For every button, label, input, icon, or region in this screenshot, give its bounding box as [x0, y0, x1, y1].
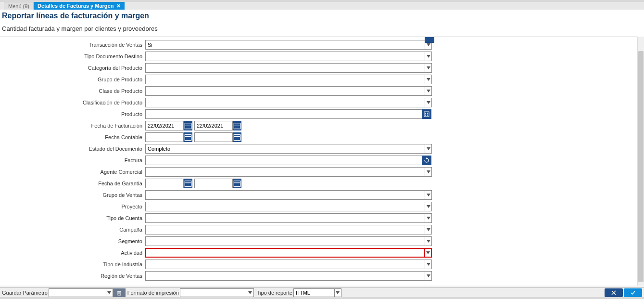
calendar-icon[interactable]: [184, 132, 192, 142]
combo-segmento[interactable]: [145, 236, 425, 246]
combo-region-ventas[interactable]: [145, 271, 425, 281]
label-factura: Factura: [0, 157, 145, 163]
dropdown-icon[interactable]: [425, 260, 432, 269]
close-icon[interactable]: ✕: [116, 3, 121, 9]
dropdown-icon[interactable]: [425, 75, 432, 84]
label-tipo-doc-destino: Tipo Documento Destino: [0, 53, 145, 59]
tab-menu[interactable]: Menú (9): [4, 2, 34, 10]
input-factura[interactable]: [145, 156, 422, 165]
combo-proyecto[interactable]: [145, 202, 425, 211]
page-header: Reportar líneas de facturación y margen …: [0, 10, 644, 37]
dropdown-icon[interactable]: [106, 288, 113, 297]
label-guardar-parametro: Guardar Parámetro: [2, 290, 48, 296]
label-grupo-ventas: Grupo de Ventas: [0, 192, 145, 198]
label-region-ventas: Región de Ventas: [0, 273, 145, 279]
label-segmento: Segmento: [0, 238, 145, 244]
dropdown-icon[interactable]: [425, 202, 432, 211]
svg-rect-1: [425, 113, 426, 114]
combo-tipo-reporte[interactable]: [293, 288, 335, 297]
label-fecha-garantia: Fecha de Garantía: [0, 181, 145, 186]
combo-agente-comercial[interactable]: [145, 167, 425, 177]
label-actividad: Actividad: [0, 250, 145, 256]
svg-rect-2: [427, 113, 428, 114]
tab-bar: Menú (9) Detalles de Facturas y Margen ✕: [0, 0, 644, 10]
dropdown-icon[interactable]: [425, 225, 432, 234]
combo-grupo-ventas[interactable]: [145, 190, 425, 200]
dropdown-icon[interactable]: [425, 98, 432, 107]
combo-clase-producto[interactable]: [145, 86, 425, 96]
calendar-icon[interactable]: [233, 132, 241, 142]
dropdown-icon[interactable]: [247, 288, 254, 297]
svg-rect-4: [427, 115, 428, 116]
label-fecha-contable: Fecha Contable: [0, 134, 145, 140]
footer: Guardar Parámetro Formato de impresión T…: [0, 287, 644, 299]
page-title: Reportar líneas de facturación y margen: [2, 12, 642, 20]
svg-rect-13: [185, 181, 191, 187]
combo-formato-impresion[interactable]: [180, 288, 247, 297]
svg-rect-0: [424, 112, 429, 117]
dropdown-icon[interactable]: [425, 52, 432, 61]
dropdown-icon[interactable]: [425, 86, 432, 96]
ok-button[interactable]: [624, 288, 642, 297]
calendar-icon[interactable]: [233, 121, 241, 130]
partial-button-top[interactable]: [425, 37, 434, 43]
dropdown-icon[interactable]: [425, 63, 432, 73]
label-clase-producto: Clase de Producto: [0, 88, 145, 94]
combo-tipo-cuenta[interactable]: [145, 213, 425, 223]
dropdown-icon[interactable]: [425, 213, 432, 223]
lookup-icon[interactable]: [422, 109, 431, 119]
label-estado-documento: Estado del Documento: [0, 146, 145, 152]
date-fecha-garantia-from[interactable]: [145, 179, 184, 188]
combo-transaccion-ventas[interactable]: [145, 40, 425, 50]
svg-rect-17: [118, 291, 121, 295]
dropdown-icon[interactable]: [425, 248, 432, 258]
calendar-icon[interactable]: [184, 179, 192, 188]
page-subtitle: Cantidad facturada y margen por clientes…: [2, 25, 642, 32]
date-fecha-facturacion-from[interactable]: [145, 121, 184, 130]
calendar-icon[interactable]: [184, 121, 192, 130]
combo-campana[interactable]: [145, 225, 425, 234]
scroll-thumb[interactable]: [638, 51, 644, 282]
svg-rect-5: [185, 123, 191, 129]
calendar-icon[interactable]: [233, 179, 241, 188]
combo-estado-documento[interactable]: [145, 144, 425, 154]
cancel-button[interactable]: [605, 288, 623, 297]
combo-categoria-producto[interactable]: [145, 63, 425, 73]
dropdown-icon[interactable]: [425, 167, 432, 177]
tab-active-label: Detalles de Facturas y Margen: [38, 3, 114, 9]
svg-rect-9: [185, 135, 191, 141]
label-tipo-industria: Tipo de Industria: [0, 261, 145, 267]
combo-clasificacion-producto[interactable]: [145, 98, 425, 107]
label-agente-comercial: Agente Comercial: [0, 169, 145, 175]
scrollbar[interactable]: [637, 37, 644, 286]
label-tipo-cuenta: Tipo de Cuenta: [0, 215, 145, 221]
date-fecha-facturacion-to[interactable]: [194, 121, 233, 130]
tab-menu-label: Menú (9): [8, 3, 29, 9]
svg-rect-15: [234, 181, 240, 187]
dropdown-icon[interactable]: [335, 288, 341, 297]
date-fecha-contable-to[interactable]: [194, 132, 233, 142]
dropdown-icon[interactable]: [425, 236, 432, 246]
label-clasificacion-producto: Clasificación de Producto: [0, 100, 145, 105]
label-proyecto: Proyecto: [0, 204, 145, 209]
combo-actividad[interactable]: [145, 248, 425, 258]
combo-tipo-industria[interactable]: [145, 260, 425, 269]
dropdown-icon[interactable]: [425, 144, 432, 154]
combo-grupo-producto[interactable]: [145, 75, 425, 84]
combo-tipo-doc-destino[interactable]: [145, 52, 425, 61]
dropdown-icon[interactable]: [425, 190, 432, 200]
svg-rect-7: [234, 123, 240, 129]
refresh-icon[interactable]: [422, 156, 431, 165]
input-producto[interactable]: [145, 109, 422, 119]
label-tipo-reporte: Tipo de reporte: [257, 290, 292, 296]
label-grupo-producto: Grupo de Producto: [0, 77, 145, 82]
label-categoria-producto: Categoría del Producto: [0, 65, 145, 71]
combo-guardar-parametro[interactable]: [49, 288, 106, 297]
date-fecha-contable-from[interactable]: [145, 132, 184, 142]
date-fecha-garantia-to[interactable]: [194, 179, 233, 188]
tab-active[interactable]: Detalles de Facturas y Margen ✕: [34, 2, 125, 10]
dropdown-icon[interactable]: [425, 271, 432, 281]
label-campana: Campaña: [0, 227, 145, 233]
trash-icon[interactable]: [113, 288, 126, 297]
svg-rect-3: [425, 115, 426, 116]
